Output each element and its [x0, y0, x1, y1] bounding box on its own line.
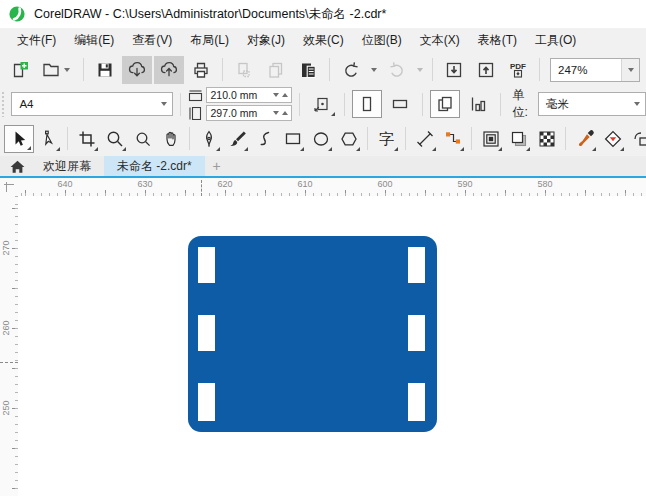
menu-view[interactable]: 查看(V)	[123, 29, 181, 52]
crop-tool[interactable]	[73, 125, 100, 153]
chevron-down-icon	[634, 102, 640, 106]
rectangle-tool[interactable]	[279, 125, 306, 153]
redo-icon	[387, 60, 407, 80]
corel-window: CorelDRAW - C:\Users\Administrator\Docum…	[0, 0, 646, 496]
interactive-fill-tool[interactable]	[599, 125, 626, 153]
units-dropdown-button[interactable]	[628, 93, 645, 115]
text-tool[interactable]: 字	[373, 125, 400, 153]
toolbox: 字	[0, 121, 646, 157]
zoom-dropdown-button[interactable]	[621, 59, 639, 81]
ruler-label: 250	[1, 393, 13, 423]
drop-shadow-tool[interactable]	[505, 125, 532, 153]
curve-tool[interactable]	[251, 125, 278, 153]
zoom-out-tool[interactable]	[129, 125, 156, 153]
home-button[interactable]	[4, 156, 30, 176]
new-document-button[interactable]	[5, 56, 35, 84]
print-button[interactable]	[186, 56, 216, 84]
chevron-down-icon	[371, 68, 377, 72]
menu-object[interactable]: 对象(J)	[238, 29, 294, 52]
open-document-button[interactable]	[37, 56, 77, 84]
separator	[500, 93, 501, 116]
menu-bitmaps[interactable]: 位图(B)	[353, 29, 411, 52]
dimension-tool[interactable]	[411, 125, 438, 153]
undo-button[interactable]	[336, 56, 366, 84]
separator	[180, 93, 181, 116]
current-page-button[interactable]	[463, 90, 493, 118]
transparency-tool[interactable]	[533, 125, 560, 153]
color-eyedropper-tool[interactable]	[571, 125, 598, 153]
cloud-upload-button[interactable]	[154, 56, 184, 84]
menu-edit[interactable]: 编辑(E)	[65, 29, 123, 52]
menu-effects[interactable]: 效果(C)	[294, 29, 353, 52]
page-size-dropdown-button[interactable]	[155, 93, 172, 115]
cloud-download-button[interactable]	[122, 56, 152, 84]
cut-icon	[234, 60, 254, 80]
contour-tool[interactable]	[477, 125, 504, 153]
home-icon	[9, 159, 26, 174]
page-size-value: A4	[12, 98, 155, 110]
units-value: 毫米	[539, 97, 628, 112]
import-icon	[444, 60, 464, 80]
menu-table[interactable]: 表格(T)	[469, 29, 526, 52]
pick-tool[interactable]	[4, 125, 34, 153]
shape-tool[interactable]	[35, 125, 62, 153]
page-height-spinner[interactable]	[273, 111, 291, 115]
page-height-field[interactable]: 297.0 mm	[206, 105, 292, 121]
open-dropdown-button[interactable]	[61, 57, 73, 83]
autofit-page-button[interactable]	[307, 90, 337, 118]
chevron-down-icon	[64, 68, 70, 72]
save-button[interactable]	[90, 56, 120, 84]
ruler-label: 620	[212, 179, 238, 189]
publish-to-pdf-button[interactable]: PDF	[503, 56, 533, 84]
plus-icon: +	[213, 158, 221, 174]
separator	[422, 93, 423, 116]
drawing-canvas[interactable]	[18, 196, 646, 496]
window-title: CorelDRAW - C:\Users\Administrator\Docum…	[34, 6, 386, 23]
import-button[interactable]	[439, 56, 469, 84]
pan-tool[interactable]	[157, 125, 184, 153]
toolbar-drag-handle[interactable]	[1, 91, 6, 117]
vertical-ruler[interactable]: 270 260 250	[0, 196, 19, 496]
polygon-tool[interactable]	[335, 125, 362, 153]
zoom-tool[interactable]	[101, 125, 128, 153]
export-button[interactable]	[471, 56, 501, 84]
tab-welcome-screen[interactable]: 欢迎屏幕	[30, 156, 104, 176]
menu-text[interactable]: 文本(X)	[411, 29, 469, 52]
page-width-spinner[interactable]	[273, 93, 291, 97]
separator	[367, 127, 368, 150]
horizontal-ruler[interactable]: 640 630 620 610 600 590 580	[0, 178, 646, 197]
spinner-up-icon	[282, 111, 288, 115]
portrait-orientation-button[interactable]	[352, 90, 382, 118]
menu-layout[interactable]: 布局(L)	[181, 29, 238, 52]
page-size-combobox[interactable]: A4	[11, 92, 173, 116]
units-combobox[interactable]: 毫米	[538, 92, 646, 116]
spinner-down-icon	[273, 111, 279, 115]
landscape-orientation-button[interactable]	[385, 90, 415, 118]
separator	[565, 127, 566, 150]
spinner-up-icon	[282, 93, 288, 97]
pen-tool[interactable]	[195, 125, 222, 153]
film-strip-body[interactable]	[188, 236, 437, 432]
pen-tool-icon	[199, 129, 219, 149]
smart-fill-tool[interactable]	[627, 125, 646, 153]
undo-dropdown-button[interactable]	[368, 57, 380, 83]
separator	[344, 93, 345, 116]
ruler-label: 630	[132, 179, 158, 189]
ellipse-tool[interactable]	[307, 125, 334, 153]
connector-tool[interactable]	[439, 125, 466, 153]
menu-tools[interactable]: 工具(O)	[526, 29, 585, 52]
new-tab-button[interactable]: +	[205, 156, 229, 176]
zoom-level-combobox[interactable]: 247%	[550, 58, 640, 82]
all-pages-button[interactable]	[430, 90, 460, 118]
property-bar: A4 210.0 mm 297.0 mm	[0, 87, 646, 122]
artistic-media-tool[interactable]	[223, 125, 250, 153]
ruler-origin-button[interactable]	[0, 178, 18, 196]
menu-file[interactable]: 文件(F)	[8, 29, 65, 52]
page-width-field[interactable]: 210.0 mm	[206, 87, 292, 103]
page-height-value: 297.0 mm	[207, 107, 273, 119]
film-strip-shape[interactable]	[188, 236, 437, 432]
tab-untitled-document[interactable]: 未命名 -2.cdr*	[104, 156, 205, 176]
paste-button[interactable]	[293, 56, 323, 84]
open-folder-icon	[41, 60, 61, 80]
document-tab-bar: 欢迎屏幕 未命名 -2.cdr* +	[0, 156, 646, 178]
